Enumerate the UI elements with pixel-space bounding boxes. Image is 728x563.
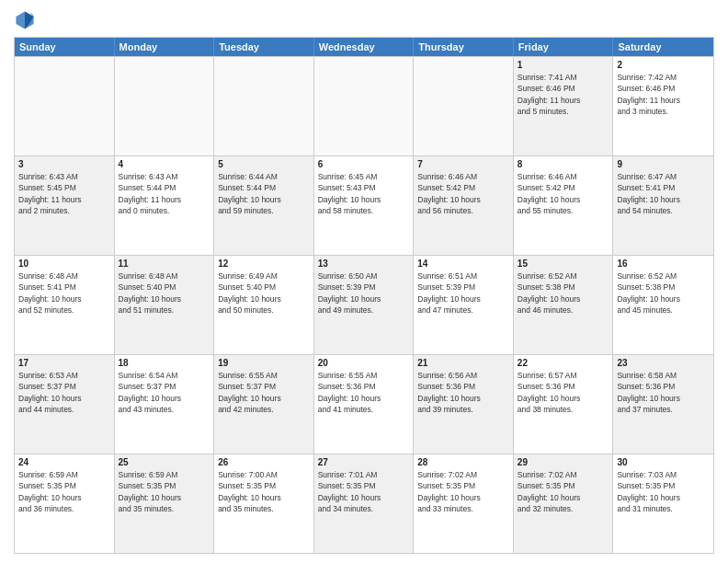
calendar-cell: 14Sunrise: 6:51 AM Sunset: 5:39 PM Dayli… — [414, 256, 514, 354]
calendar-cell: 16Sunrise: 6:52 AM Sunset: 5:38 PM Dayli… — [613, 256, 713, 354]
day-info: Sunrise: 7:00 AM Sunset: 5:35 PM Dayligh… — [218, 469, 310, 514]
calendar-row: 10Sunrise: 6:48 AM Sunset: 5:41 PM Dayli… — [15, 255, 713, 354]
day-info: Sunrise: 6:48 AM Sunset: 5:40 PM Dayligh… — [119, 270, 210, 316]
day-info: Sunrise: 7:01 AM Sunset: 5:35 PM Dayligh… — [318, 469, 410, 514]
calendar-cell: 17Sunrise: 6:53 AM Sunset: 5:37 PM Dayli… — [15, 355, 115, 454]
day-number: 20 — [318, 358, 410, 368]
day-info: Sunrise: 6:48 AM Sunset: 5:41 PM Dayligh… — [18, 270, 110, 316]
day-number: 3 — [18, 159, 110, 169]
day-number: 19 — [218, 358, 310, 368]
day-info: Sunrise: 6:47 AM Sunset: 5:41 PM Dayligh… — [617, 171, 710, 216]
calendar-cell: 15Sunrise: 6:52 AM Sunset: 5:38 PM Dayli… — [514, 256, 614, 354]
calendar-cell: 10Sunrise: 6:48 AM Sunset: 5:41 PM Dayli… — [15, 256, 115, 354]
calendar-cell: 19Sunrise: 6:55 AM Sunset: 5:37 PM Dayli… — [214, 355, 314, 454]
calendar-cell: 13Sunrise: 6:50 AM Sunset: 5:39 PM Dayli… — [314, 256, 415, 354]
day-info: Sunrise: 6:46 AM Sunset: 5:42 PM Dayligh… — [518, 171, 609, 216]
calendar-cell: 27Sunrise: 7:01 AM Sunset: 5:35 PM Dayli… — [314, 454, 415, 553]
calendar-cell — [214, 57, 314, 155]
day-info: Sunrise: 6:51 AM Sunset: 5:39 PM Dayligh… — [417, 270, 509, 316]
day-info: Sunrise: 6:52 AM Sunset: 5:38 PM Dayligh… — [518, 270, 609, 316]
day-info: Sunrise: 7:42 AM Sunset: 6:46 PM Dayligh… — [617, 72, 710, 117]
day-number: 13 — [318, 259, 410, 269]
calendar-cell: 9Sunrise: 6:47 AM Sunset: 5:41 PM Daylig… — [613, 156, 713, 255]
calendar-header-cell: Saturday — [613, 38, 713, 56]
day-info: Sunrise: 6:59 AM Sunset: 5:35 PM Dayligh… — [119, 469, 210, 514]
day-number: 4 — [119, 159, 210, 169]
day-info: Sunrise: 6:55 AM Sunset: 5:36 PM Dayligh… — [318, 370, 410, 415]
day-number: 5 — [218, 159, 310, 169]
calendar-row: 24Sunrise: 6:59 AM Sunset: 5:35 PM Dayli… — [15, 454, 713, 553]
day-info: Sunrise: 6:44 AM Sunset: 5:44 PM Dayligh… — [218, 171, 310, 216]
day-number: 26 — [218, 457, 310, 467]
calendar-cell: 11Sunrise: 6:48 AM Sunset: 5:40 PM Dayli… — [115, 256, 215, 354]
day-info: Sunrise: 6:43 AM Sunset: 5:44 PM Dayligh… — [119, 171, 210, 216]
day-number: 10 — [18, 259, 110, 269]
calendar-header-cell: Sunday — [15, 38, 115, 56]
calendar-cell: 7Sunrise: 6:46 AM Sunset: 5:42 PM Daylig… — [414, 156, 514, 255]
calendar-cell: 28Sunrise: 7:02 AM Sunset: 5:35 PM Dayli… — [414, 454, 514, 553]
day-info: Sunrise: 6:54 AM Sunset: 5:37 PM Dayligh… — [119, 370, 210, 415]
day-info: Sunrise: 7:41 AM Sunset: 6:46 PM Dayligh… — [518, 72, 609, 117]
day-info: Sunrise: 6:52 AM Sunset: 5:38 PM Dayligh… — [617, 270, 710, 316]
calendar-header-cell: Wednesday — [314, 38, 415, 56]
calendar-row: 17Sunrise: 6:53 AM Sunset: 5:37 PM Dayli… — [15, 354, 713, 454]
day-info: Sunrise: 6:57 AM Sunset: 5:36 PM Dayligh… — [518, 370, 609, 415]
day-number: 12 — [218, 259, 310, 269]
day-info: Sunrise: 6:58 AM Sunset: 5:36 PM Dayligh… — [617, 370, 710, 415]
calendar-cell: 23Sunrise: 6:58 AM Sunset: 5:36 PM Dayli… — [613, 355, 713, 454]
day-number: 23 — [617, 358, 710, 368]
day-number: 24 — [18, 457, 110, 467]
day-number: 25 — [119, 457, 210, 467]
day-number: 15 — [518, 259, 609, 269]
calendar-cell: 18Sunrise: 6:54 AM Sunset: 5:37 PM Dayli… — [115, 355, 215, 454]
calendar-row: 3Sunrise: 6:43 AM Sunset: 5:45 PM Daylig… — [15, 155, 713, 255]
calendar-cell — [314, 57, 415, 155]
calendar-cell — [15, 57, 115, 155]
day-number: 22 — [518, 358, 609, 368]
day-number: 6 — [318, 159, 410, 169]
day-number: 14 — [417, 259, 509, 269]
logo-icon — [14, 9, 36, 31]
day-number: 7 — [417, 159, 509, 169]
day-number: 2 — [617, 60, 710, 70]
day-info: Sunrise: 6:45 AM Sunset: 5:43 PM Dayligh… — [318, 171, 410, 216]
calendar-cell: 29Sunrise: 7:02 AM Sunset: 5:35 PM Dayli… — [514, 454, 614, 553]
calendar-cell — [414, 57, 514, 155]
calendar-cell: 25Sunrise: 6:59 AM Sunset: 5:35 PM Dayli… — [115, 454, 215, 553]
day-number: 17 — [18, 358, 110, 368]
logo — [14, 9, 40, 31]
calendar-cell: 4Sunrise: 6:43 AM Sunset: 5:44 PM Daylig… — [115, 156, 215, 255]
day-info: Sunrise: 6:43 AM Sunset: 5:45 PM Dayligh… — [18, 171, 110, 216]
day-number: 29 — [518, 457, 609, 467]
day-info: Sunrise: 7:02 AM Sunset: 5:35 PM Dayligh… — [518, 469, 609, 514]
calendar-header-cell: Friday — [514, 38, 614, 56]
calendar-cell: 8Sunrise: 6:46 AM Sunset: 5:42 PM Daylig… — [514, 156, 614, 255]
calendar-cell: 12Sunrise: 6:49 AM Sunset: 5:40 PM Dayli… — [214, 256, 314, 354]
day-number: 28 — [417, 457, 509, 467]
calendar-header-cell: Thursday — [414, 38, 514, 56]
calendar-cell — [115, 57, 215, 155]
page: SundayMondayTuesdayWednesdayThursdayFrid… — [0, 0, 728, 563]
calendar-cell: 5Sunrise: 6:44 AM Sunset: 5:44 PM Daylig… — [214, 156, 314, 255]
day-info: Sunrise: 6:46 AM Sunset: 5:42 PM Dayligh… — [417, 171, 509, 216]
calendar-cell: 26Sunrise: 7:00 AM Sunset: 5:35 PM Dayli… — [214, 454, 314, 553]
calendar-body: 1Sunrise: 7:41 AM Sunset: 6:46 PM Daylig… — [15, 56, 713, 553]
day-number: 8 — [518, 159, 609, 169]
calendar-row: 1Sunrise: 7:41 AM Sunset: 6:46 PM Daylig… — [15, 56, 713, 155]
day-info: Sunrise: 6:50 AM Sunset: 5:39 PM Dayligh… — [318, 270, 410, 316]
day-info: Sunrise: 7:02 AM Sunset: 5:35 PM Dayligh… — [417, 469, 509, 514]
day-number: 1 — [518, 60, 609, 70]
calendar-cell: 22Sunrise: 6:57 AM Sunset: 5:36 PM Dayli… — [514, 355, 614, 454]
day-info: Sunrise: 6:53 AM Sunset: 5:37 PM Dayligh… — [18, 370, 110, 415]
calendar: SundayMondayTuesdayWednesdayThursdayFrid… — [14, 37, 714, 554]
day-info: Sunrise: 6:59 AM Sunset: 5:35 PM Dayligh… — [18, 469, 110, 514]
day-info: Sunrise: 6:55 AM Sunset: 5:37 PM Dayligh… — [218, 370, 310, 415]
day-info: Sunrise: 6:49 AM Sunset: 5:40 PM Dayligh… — [218, 270, 310, 316]
day-number: 16 — [617, 259, 710, 269]
day-info: Sunrise: 7:03 AM Sunset: 5:35 PM Dayligh… — [617, 469, 710, 514]
calendar-cell: 1Sunrise: 7:41 AM Sunset: 6:46 PM Daylig… — [514, 57, 614, 155]
day-number: 30 — [617, 457, 710, 467]
calendar-cell: 20Sunrise: 6:55 AM Sunset: 5:36 PM Dayli… — [314, 355, 415, 454]
calendar-cell: 3Sunrise: 6:43 AM Sunset: 5:45 PM Daylig… — [15, 156, 115, 255]
calendar-header: SundayMondayTuesdayWednesdayThursdayFrid… — [15, 38, 713, 56]
